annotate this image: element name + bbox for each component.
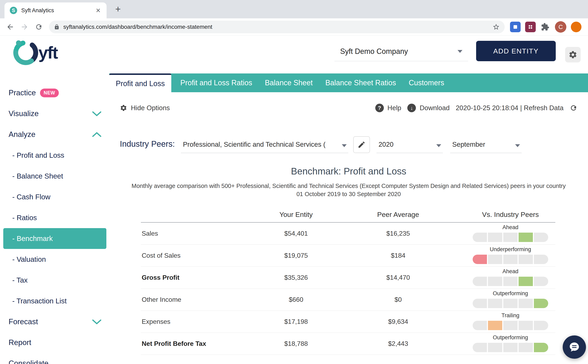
vs-cell: Underperforming [451, 245, 555, 266]
tab-balance-sheet[interactable]: Balance Sheet [260, 73, 317, 92]
extensions-puzzle-icon[interactable] [539, 20, 552, 33]
your-entity-value: $35,326 [247, 274, 345, 281]
sidebar-item-analyze[interactable]: Analyze [0, 124, 109, 145]
vs-cell: Ahead [451, 223, 555, 244]
new-badge: NEW [40, 89, 59, 97]
industry-select-value: Professional, Scientific and Technical S… [183, 141, 325, 148]
filters-row: Industry Peers: Professional, Scientific… [109, 112, 588, 153]
table-row-sales: Sales $54,401 $16,235 Ahead [141, 223, 555, 245]
profile-avatar[interactable]: C [555, 21, 566, 33]
sidebar-item-report[interactable]: Report [0, 332, 109, 353]
company-selector-value: Syft Demo Company [340, 47, 408, 56]
month-select[interactable]: September [450, 141, 522, 153]
your-entity-value: $17,198 [247, 318, 345, 325]
sidebar-item-balance-sheet[interactable]: - Balance Sheet [0, 166, 109, 187]
sidebar-item-visualize[interactable]: Visualize [0, 103, 109, 124]
month-select-value: September [452, 141, 485, 148]
vs-cell: Ahead [451, 267, 555, 288]
settings-button[interactable] [565, 47, 581, 62]
extension-icon[interactable] [510, 22, 521, 32]
options-toolbar: Hide Options ? Help ↓ Download 2020-10-2… [109, 92, 588, 112]
company-selector[interactable]: Syft Demo Company [334, 42, 468, 61]
sidebar-item-label: - Benchmark [12, 234, 53, 243]
refresh-icon[interactable] [570, 104, 577, 112]
your-entity-value: $18,788 [247, 340, 345, 347]
edit-industry-button[interactable] [353, 136, 370, 153]
table-row-cost-of-sales: Cost of Sales $19,075 $184 Underperformi… [141, 245, 555, 267]
sidebar-item-consolidate[interactable]: Consolidate [0, 353, 109, 364]
hide-options-button[interactable]: Hide Options [120, 104, 170, 112]
status-label: Ahead [502, 268, 518, 275]
chat-launcher-button[interactable] [563, 335, 586, 359]
forward-icon[interactable] [18, 20, 31, 33]
vs-cell: Trailing [451, 311, 555, 332]
browser-tab[interactable]: S Syft Analytics × [5, 2, 106, 18]
download-button[interactable]: ↓ Download [407, 104, 449, 112]
help-button[interactable]: ? Help [375, 104, 401, 112]
sidebar-item-transaction-list[interactable]: - Transaction List [0, 291, 109, 311]
table-row-other-income: Other Income $660 $0 Outperforming [141, 289, 555, 311]
gear-icon [568, 50, 577, 59]
benchmark-date-range: 01 October 2019 to 30 September 2020 [109, 191, 588, 197]
status-label: Outperforming [493, 334, 528, 341]
add-entity-button[interactable]: ADD ENTITY [476, 41, 556, 61]
browser-update-icon[interactable] [571, 22, 581, 32]
new-tab-button[interactable]: + [112, 3, 124, 15]
sidebar-item-valuation[interactable]: - Valuation [0, 249, 109, 270]
hide-options-label: Hide Options [131, 104, 170, 112]
industry-select[interactable]: Professional, Scientific and Technical S… [181, 141, 348, 153]
tab-profit-and-loss[interactable]: Profit and Loss [109, 73, 171, 92]
bookmark-star-icon[interactable] [492, 23, 500, 31]
chevron-down-icon [515, 144, 520, 147]
col-vs-industry-peers: Vs. Industry Peers [451, 211, 555, 219]
chevron-down-icon [92, 111, 101, 116]
peer-comparison-bar [473, 233, 548, 242]
refresh-data-label[interactable]: 2020-10-25 20:18:04 | Refresh Data [456, 104, 563, 112]
sidebar-item-label: - Tax [12, 276, 27, 284]
gear-icon [120, 104, 127, 112]
peer-average-value: $184 [345, 252, 451, 259]
syft-favicon-icon: S [10, 7, 17, 14]
sidebar-item-profit-and-loss[interactable]: - Profit and Loss [0, 145, 109, 166]
your-entity-value: $54,401 [247, 230, 345, 237]
address-bar[interactable]: syftanalytics.com/dashboard/benchmark/in… [49, 21, 505, 33]
sidebar-item-forecast[interactable]: Forecast [0, 311, 109, 332]
browser-tab-strip: S Syft Analytics × + [0, 0, 588, 18]
sidebar-item-label: Analyze [9, 130, 35, 139]
sidebar-item-label: - Transaction List [12, 297, 67, 305]
peer-average-value: $2,443 [345, 340, 451, 347]
year-select[interactable]: 2020 [377, 141, 443, 153]
reload-icon[interactable] [32, 20, 45, 33]
tab-profit-and-loss-ratios[interactable]: Profit and Loss Ratios [176, 73, 257, 92]
your-entity-value: $19,075 [247, 252, 345, 259]
peer-comparison-bar [473, 321, 548, 330]
sidebar-item-benchmark[interactable]: - Benchmark [3, 228, 106, 249]
sidebar-item-cash-flow[interactable]: - Cash Flow [0, 187, 109, 207]
tab-balance-sheet-ratios[interactable]: Balance Sheet Ratios [321, 73, 401, 92]
sidebar-item-label: - Cash Flow [12, 193, 50, 201]
app-header: yft Syft Demo Company ADD ENTITY [0, 35, 588, 73]
table-row-gross-profit: Gross Profit $35,326 $14,470 Ahead [141, 267, 555, 289]
year-select-value: 2020 [378, 141, 393, 148]
sidebar-item-label: Visualize [9, 109, 39, 118]
back-icon[interactable] [4, 20, 17, 33]
table-header: Your Entity Peer Average Vs. Industry Pe… [141, 211, 555, 223]
close-tab-icon[interactable]: × [95, 6, 101, 14]
sidebar-item-practice[interactable]: Practice NEW [0, 82, 109, 103]
chevron-up-icon [92, 132, 101, 137]
col-your-entity: Your Entity [247, 211, 345, 219]
tab-customers[interactable]: Customers [404, 73, 449, 92]
row-label: Other Income [141, 296, 247, 303]
row-label: Gross Profit [141, 274, 247, 281]
syft-logo[interactable]: yft [11, 38, 58, 67]
col-peer-average: Peer Average [345, 211, 451, 219]
status-label: Underperforming [490, 246, 531, 253]
chevron-down-icon [342, 144, 347, 147]
download-icon: ↓ [407, 104, 416, 112]
extension-icon[interactable] [525, 22, 536, 32]
report-tab-bar: Profit and Loss Profit and Loss Ratios B… [109, 73, 588, 92]
sidebar-item-tax[interactable]: - Tax [0, 270, 109, 291]
industry-peers-label: Industry Peers: [120, 139, 175, 153]
status-label: Outperforming [493, 290, 528, 297]
sidebar-item-ratios[interactable]: - Ratios [0, 207, 109, 228]
